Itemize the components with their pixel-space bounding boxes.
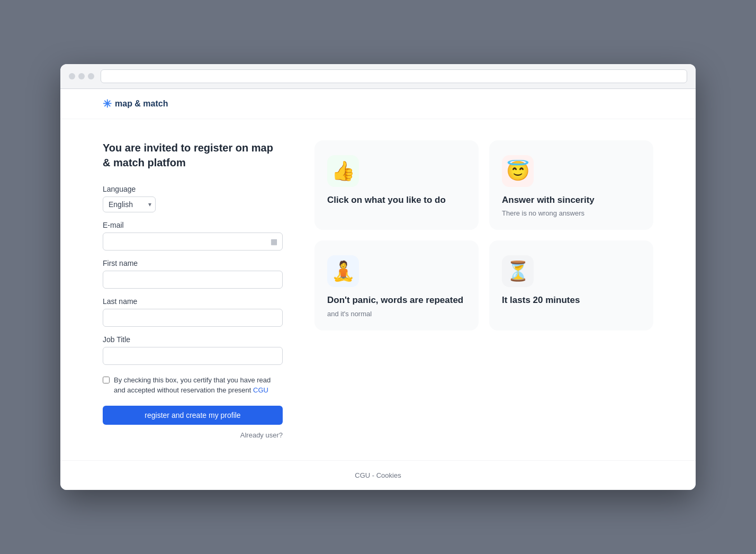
lastname-group: Last name [103, 297, 283, 327]
footer-text: CGU - Cookies [355, 471, 401, 479]
browser-dot-red [69, 73, 75, 79]
page-footer: CGU - Cookies [60, 460, 696, 490]
click-card-title: Click on what you like to do [327, 194, 466, 206]
smiley-icon-wrapper: 😇 [502, 155, 534, 187]
register-button[interactable]: register and create my profile [103, 406, 283, 425]
logo-icon: ✳ [103, 97, 112, 110]
logo-text: map & match [115, 99, 168, 109]
thumbs-up-icon-wrapper: 👍 [327, 155, 359, 187]
browser-url-bar [101, 69, 687, 83]
jobtitle-input[interactable] [103, 347, 283, 365]
email-wrapper: ▦ [103, 233, 283, 251]
duration-card-title: It lasts 20 minutes [502, 294, 641, 306]
browser-dot-yellow [78, 73, 85, 79]
sincerity-card-subtitle: There is no wrong answers [502, 209, 641, 217]
thumbs-up-icon: 👍 [331, 160, 355, 182]
info-card-panic: 🧘 Don't panic, words are repeated and it… [314, 240, 479, 330]
firstname-input[interactable] [103, 271, 283, 289]
browser-dot-green [88, 73, 94, 79]
email-label: E-mail [103, 221, 283, 229]
smiley-icon: 😇 [506, 160, 530, 182]
jobtitle-group: Job Title [103, 335, 283, 365]
terms-group: By checking this box, you certify that y… [103, 376, 283, 395]
hourglass-icon: ⏳ [506, 260, 530, 282]
browser-toolbar [60, 64, 696, 89]
already-user-link[interactable]: Already user? [103, 431, 283, 439]
browser-dots [69, 73, 94, 79]
page-content: ✳ map & match You are invited to registe… [60, 89, 696, 489]
terms-checkbox[interactable] [103, 377, 110, 383]
info-card-duration: ⏳ It lasts 20 minutes [489, 240, 653, 330]
terms-text: By checking this box, you certify that y… [114, 376, 283, 395]
language-select[interactable]: English French Spanish German [103, 196, 156, 212]
firstname-group: First name [103, 259, 283, 289]
lastname-label: Last name [103, 297, 283, 306]
language-label: Language [103, 185, 283, 193]
info-card-sincerity: 😇 Answer with sincerity There is no wron… [489, 140, 653, 230]
hourglass-icon-wrapper: ⏳ [502, 255, 534, 287]
browser-window: ✳ map & match You are invited to registe… [60, 64, 696, 489]
meditation-icon-wrapper: 🧘 [327, 255, 359, 287]
site-header: ✳ map & match [60, 89, 696, 119]
jobtitle-label: Job Title [103, 335, 283, 344]
language-select-wrapper: English French Spanish German ▾ [103, 196, 156, 212]
info-card-click: 👍 Click on what you like to do [314, 140, 479, 230]
panic-card-title: Don't panic, words are repeated [327, 294, 466, 306]
meditation-icon: 🧘 [331, 260, 355, 282]
sincerity-card-title: Answer with sincerity [502, 194, 641, 206]
email-input[interactable] [103, 233, 283, 251]
language-group: Language English French Spanish German ▾ [103, 185, 283, 212]
cgu-link[interactable]: CGU [253, 386, 268, 394]
info-section: 👍 Click on what you like to do 😇 Answer … [314, 140, 653, 439]
lastname-input[interactable] [103, 309, 283, 327]
panic-card-subtitle: and it's normal [327, 310, 466, 318]
calendar-icon: ▦ [271, 237, 277, 246]
firstname-label: First name [103, 259, 283, 267]
main-layout: You are invited to register on map & mat… [60, 119, 696, 460]
email-group: E-mail ▦ [103, 221, 283, 251]
logo: ✳ map & match [103, 97, 168, 110]
form-section: You are invited to register on map & mat… [103, 140, 283, 439]
form-title: You are invited to register on map & mat… [103, 140, 283, 170]
